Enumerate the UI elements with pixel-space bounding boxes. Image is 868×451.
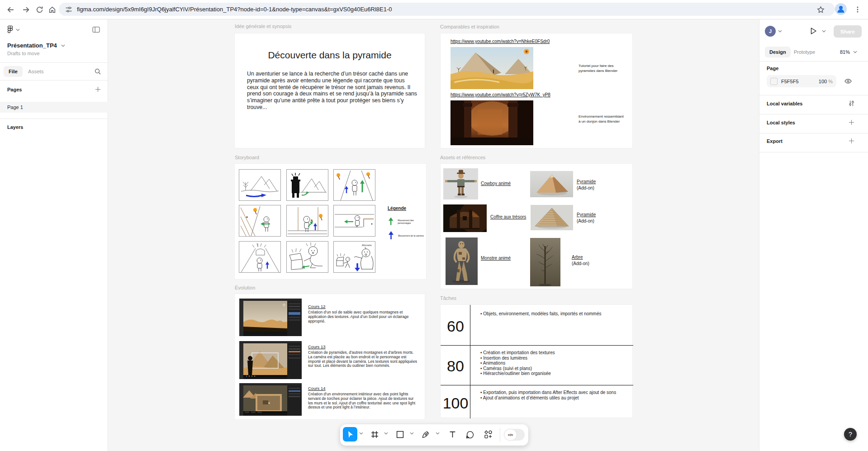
frame-label-synopsis[interactable]: Idée générale et synopsis (235, 24, 291, 29)
divider (759, 133, 868, 133)
file-name[interactable]: Présentation_TP4 (7, 42, 57, 49)
task-list-100: Exportation, puis importation dans After… (480, 390, 626, 400)
blender-screenshot-2 (239, 341, 302, 379)
dev-mode-label: </> (508, 433, 513, 437)
site-settings-icon[interactable] (65, 6, 72, 13)
frame-label-evolution[interactable]: Évolution (235, 285, 255, 290)
shape-tool-chevron-icon[interactable] (410, 432, 414, 435)
figma-logo-icon[interactable] (7, 25, 13, 34)
color-swatch[interactable] (770, 78, 778, 85)
file-name-chevron-icon[interactable] (61, 44, 65, 47)
youtube-link-1[interactable]: https://www.youtube.com/watch?v=NhkeE0FS… (451, 39, 550, 44)
reference-image-dungeon (451, 100, 533, 145)
evolution-card[interactable]: Cours 12 Création d’un sol de sable avec… (234, 294, 425, 420)
asset-sub-pyramid-1: (Add-on) (577, 185, 594, 190)
frame-label-assets[interactable]: Assets et références (440, 155, 485, 160)
browser-chrome: figma.com/design/5x9mI6gI9JrQ6jyalfCYiV/… (0, 0, 868, 19)
zoom-chevron-icon[interactable] (853, 51, 857, 53)
asset-label-pyramid-1[interactable]: Pyramide (577, 179, 596, 184)
add-page-icon[interactable] (95, 86, 101, 92)
figma-menu-chevron-icon[interactable] (16, 28, 20, 31)
layers-header[interactable]: Layers (7, 124, 23, 130)
asset-label-chest[interactable]: Coffre aux trésors (490, 214, 526, 219)
tab-prototype[interactable]: Prototype (794, 49, 815, 55)
move-tool-button[interactable] (343, 427, 357, 442)
local-styles-label[interactable]: Local styles (767, 120, 795, 125)
legend-blue-arrow-icon (388, 231, 394, 240)
local-variables-label[interactable]: Local variables (767, 101, 803, 106)
taches-card[interactable]: 60 Objets, environnement, modèles faits,… (440, 304, 633, 418)
collapse-sidebar-icon[interactable] (92, 26, 100, 33)
storyboard-frame-3 (333, 169, 375, 201)
file-status: Drafts to move (7, 51, 40, 56)
tab-file[interactable]: File (4, 66, 23, 77)
url-text[interactable]: figma.com/design/5x9mI6gI9JrQ6jyalfCYiV/… (77, 6, 392, 13)
divider (0, 62, 108, 63)
youtube-link-2[interactable]: https://www.youtube.com/watch?v=r5ZyW7K_… (451, 92, 550, 97)
search-icon[interactable] (94, 68, 101, 75)
divider (759, 61, 868, 62)
pen-tool-chevron-icon[interactable] (436, 432, 440, 435)
avatar-initial: J (769, 28, 772, 34)
color-hex-value[interactable]: F5F5F5 (781, 79, 799, 84)
page-color-input[interactable]: F5F5F5 100 % (767, 75, 836, 87)
score-80: 80 (447, 357, 464, 375)
storyboard-frame-7 (239, 241, 281, 273)
visibility-eye-icon[interactable] (844, 78, 852, 85)
export-label[interactable]: Export (767, 138, 783, 144)
figma-left-sidebar: Présentation_TP4 Drafts to move File Ass… (0, 19, 108, 451)
shape-tool-button[interactable] (396, 431, 404, 438)
frame-tool-button[interactable] (371, 431, 379, 438)
present-play-icon[interactable] (810, 27, 817, 35)
tab-assets[interactable]: Assets (28, 69, 44, 74)
address-bar[interactable]: figma.com/design/5x9mI6gI9JrQ6jyalfCYiV/… (59, 3, 835, 16)
home-icon[interactable] (45, 2, 59, 17)
bookmark-star-icon[interactable] (813, 2, 828, 17)
asset-label-cowboy[interactable]: Cowboy animé (481, 181, 511, 186)
comparables-card[interactable]: https://www.youtube.com/watch?v=NhkeE0FS… (440, 33, 633, 148)
zoom-level[interactable]: 81% (840, 49, 850, 55)
reference-caption-2: Environnement ressemblant à un donjon da… (579, 114, 625, 124)
task-item: Objets, environnement, modèles faits, im… (480, 311, 626, 317)
task-item: Exportation, puis importation dans After… (480, 390, 626, 395)
frame-label-storyboard[interactable]: Storyboard (235, 155, 259, 160)
frame-label-comparables[interactable]: Comparables et inspiration (440, 24, 499, 29)
avatar-chevron-icon[interactable] (778, 30, 782, 33)
asset-sub-pyramid-2: (Add-on) (577, 218, 594, 223)
share-label: Share (840, 29, 855, 34)
actions-tool-button[interactable] (484, 430, 493, 439)
add-export-icon[interactable] (849, 138, 854, 144)
asset-label-tree[interactable]: Arbre (572, 255, 583, 260)
frame-label-taches[interactable]: Tâches (440, 295, 456, 301)
browser-menu-icon[interactable] (850, 2, 865, 17)
asset-label-pyramid-2[interactable]: Pyramide (577, 212, 596, 217)
add-style-icon[interactable] (849, 119, 854, 125)
dev-mode-toggle[interactable]: </> (504, 429, 525, 441)
help-button[interactable]: ? (844, 428, 857, 441)
forward-icon[interactable] (19, 2, 33, 17)
asset-label-monster[interactable]: Monstre animé (481, 256, 511, 261)
move-tool-chevron-icon[interactable] (359, 432, 363, 435)
assets-card[interactable]: Cowboy animé Pyramide (Add-on) Coffre au… (440, 163, 633, 289)
opacity-unit: % (828, 79, 833, 84)
avatar[interactable]: J (765, 26, 776, 37)
comment-tool-button[interactable] (466, 431, 474, 439)
back-icon[interactable] (3, 2, 18, 17)
synopsis-card[interactable]: Découverte dans la pyramide Un aventurie… (234, 33, 425, 148)
color-opacity-value[interactable]: 100 (819, 79, 827, 84)
divider (0, 80, 108, 81)
storyboard-frame-2 (286, 169, 328, 201)
tab-design[interactable]: Design (765, 47, 791, 57)
pen-tool-button[interactable] (422, 431, 430, 438)
frame-tool-chevron-icon[interactable] (384, 432, 388, 435)
storyboard-frame-5 (286, 205, 328, 237)
browser-profile-avatar[interactable] (834, 2, 848, 16)
sidebar-item-page-1[interactable]: Page 1 (0, 102, 108, 113)
storyboard-card[interactable]: Monstre Légende Mouvement des personnage… (234, 163, 427, 280)
share-button[interactable]: Share (834, 25, 862, 38)
variables-sliders-icon[interactable] (848, 100, 855, 107)
present-chevron-icon[interactable] (822, 30, 826, 33)
toolbar-divider (500, 428, 500, 442)
table-horizontal-rule (441, 385, 633, 385)
text-tool-button[interactable] (449, 431, 456, 438)
